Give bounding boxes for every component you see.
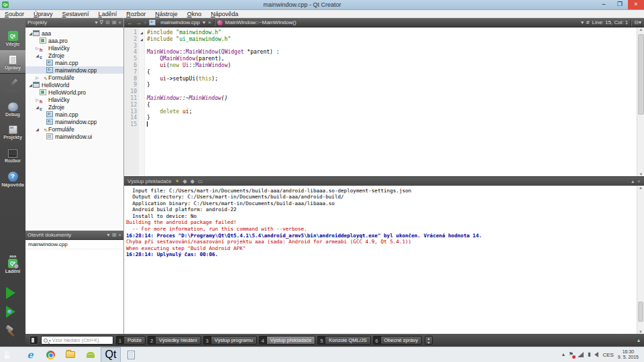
open-file-name[interactable]: mainwindow.cpp <box>160 19 200 25</box>
document-dropdown-icon[interactable]: ▾ <box>203 19 205 25</box>
pane-cycle-arrows-icon[interactable]: ▲▼ <box>425 336 433 345</box>
next-item-icon[interactable]: ◆ <box>191 178 195 184</box>
kit-selector-button[interactable]: aaa Qt Ladění <box>0 254 25 284</box>
maximize-button[interactable]: ❐ <box>612 0 628 9</box>
scroll-up-icon[interactable]: ▲ <box>637 27 644 32</box>
symbol-selector[interactable]: MainWindow::~MainWindow() <box>225 19 297 25</box>
menu-item-rozbor[interactable]: Rozbor <box>121 11 150 17</box>
expander-icon[interactable]: ▷ <box>35 97 40 102</box>
split-pane-icon[interactable]: ⊞ <box>112 231 117 239</box>
scrollbar-thumb[interactable] <box>638 302 643 322</box>
expander-icon[interactable]: ◢ <box>35 127 40 131</box>
filter-icon[interactable]: ∇ <box>100 19 103 27</box>
pin-icon[interactable]: ▫ <box>144 19 146 27</box>
tree-item-formul--e[interactable]: ◢Formuláře <box>25 125 123 133</box>
scrollbar-thumb[interactable] <box>638 34 644 115</box>
tree-item-aaa.pro[interactable]: aaa.pro <box>25 37 123 44</box>
close-document-icon[interactable]: × <box>208 19 211 25</box>
close-button[interactable]: × <box>628 0 644 9</box>
taskbar-app-start[interactable] <box>0 347 20 362</box>
pane-combo-arrow-icon[interactable]: ▾ <box>107 231 110 239</box>
locator-filter-arrow-icon[interactable]: ▾ <box>49 339 51 343</box>
expand-output-icon[interactable]: ▴ <box>637 337 640 343</box>
locator-input[interactable] <box>52 337 111 343</box>
language-indicator[interactable]: CES <box>602 352 613 358</box>
network-icon[interactable] <box>578 352 584 357</box>
maximize-output-icon[interactable]: ▴ <box>631 178 634 184</box>
fold-marker-icon[interactable]: ◢ <box>139 29 144 36</box>
scroll-up-icon[interactable]: ▲ <box>637 186 644 190</box>
output-pane-button-5[interactable]: 5Konzole QML/JS <box>317 336 370 345</box>
code-fold-margin[interactable]: ◢ ◢ <box>139 27 145 176</box>
compile-output[interactable]: Input file: C:/Users/mart-in/Documents/b… <box>124 186 644 335</box>
close-pane-icon[interactable]: × <box>118 19 121 27</box>
toggle-sidebar-icon[interactable] <box>30 336 38 345</box>
mode-button-edit[interactable]: Úpravy <box>0 50 25 74</box>
clock[interactable]: 16:30 9. 5. 2015 <box>618 349 639 360</box>
build-hammer-button[interactable] <box>5 326 17 337</box>
tree-item-zdroje[interactable]: ◢Zdroje <box>25 103 123 111</box>
output-pane-button-2[interactable]: 2Výsledky hledání <box>148 336 201 345</box>
sync-with-editor-icon[interactable]: ⊙ <box>105 19 110 27</box>
taskbar-app-ie[interactable]: e <box>20 347 40 362</box>
expander-icon[interactable]: ▷ <box>35 75 40 80</box>
editor-scrollbar[interactable]: ▲ ▼ <box>637 27 644 176</box>
tree-item-hlavi-ky[interactable]: ▷Hlavičky <box>25 44 123 52</box>
volume-icon[interactable] <box>594 352 598 357</box>
run-button[interactable] <box>6 287 15 299</box>
open-documents-title[interactable]: Otevřít dokumenty <box>28 232 105 238</box>
tree-item-aaa[interactable]: ◢aaa <box>25 29 123 37</box>
locator[interactable]: ▾ <box>41 336 113 345</box>
close-pane-icon[interactable]: × <box>118 231 121 239</box>
expander-icon[interactable]: ◢ <box>35 53 40 58</box>
tray-expand-icon[interactable]: ▴ <box>562 351 565 358</box>
tree-item-mainwindow.cpp[interactable]: mainwindow.cpp <box>25 66 123 74</box>
split-pane-icon[interactable]: ⊞ <box>112 19 117 27</box>
split-editor-icon[interactable]: ⊟▾ <box>634 19 641 25</box>
minimize-button[interactable]: – <box>596 0 612 9</box>
code-area[interactable]: #include "mainwindow.h"#include "ui_main… <box>145 27 637 176</box>
tree-item-formul--e[interactable]: ▷Formuláře <box>25 74 123 81</box>
open-document-item[interactable]: mainwindow.cpp <box>25 240 123 249</box>
tree-item-zdroje[interactable]: ◢Zdroje <box>25 52 123 59</box>
expander-icon[interactable]: ▷ <box>35 46 40 50</box>
expander-icon[interactable]: ◢ <box>28 82 33 87</box>
expander-icon[interactable]: ◢ <box>35 105 40 109</box>
go-back-icon[interactable]: ← <box>127 19 133 27</box>
output-scrollbar[interactable]: ▲ ▼ <box>637 186 644 335</box>
tree-item-helloworld.pro[interactable]: HelloWorld.pro <box>25 88 123 96</box>
word-wrap-icon[interactable]: ▭ <box>198 178 203 184</box>
taskbar-app-android[interactable] <box>80 347 101 362</box>
close-output-icon[interactable]: × <box>637 178 641 184</box>
code-editor[interactable]: 123456789101112131415 ◢ ◢ #include "main… <box>124 27 644 176</box>
menu-item-napoveda[interactable]: Nápověda <box>206 11 243 17</box>
tree-item-hlavi-ky[interactable]: ▷Hlavičky <box>25 96 123 103</box>
tree-item-mainwindow.ui[interactable]: mainwindow.ui <box>25 133 123 140</box>
menu-item-upravy[interactable]: Úpravy <box>29 11 58 17</box>
menu-item-soubor[interactable]: Soubor <box>0 11 29 17</box>
debug-run-button[interactable] <box>6 306 15 318</box>
output-pane-button-3[interactable]: 3Výstup programu <box>203 336 257 345</box>
output-pane-button-6[interactable]: 6Obecné zprávy <box>373 336 422 345</box>
output-pane-button-1[interactable]: 1Potíže <box>116 336 146 345</box>
go-forward-icon[interactable]: → <box>136 19 142 27</box>
battery-icon[interactable]: ▮ <box>588 351 590 358</box>
fold-marker-icon[interactable]: ◢ <box>139 36 144 43</box>
mode-button-debug[interactable]: Debug <box>0 97 25 121</box>
menu-item-ladeni[interactable]: Ladění <box>94 11 122 17</box>
scroll-down-icon[interactable]: ▼ <box>637 172 644 176</box>
mode-button-analyze[interactable]: Rozbor <box>0 144 25 168</box>
mode-button-welcome[interactable]: QtVítejte <box>0 27 25 50</box>
menu-item-nastroje[interactable]: Nástroje <box>150 11 182 17</box>
tree-item-mainwindow.cpp[interactable]: mainwindow.cpp <box>25 118 123 125</box>
tree-item-main.cpp[interactable]: main.cpp <box>25 111 123 118</box>
taskbar-app-notepad[interactable] <box>121 347 141 362</box>
pane-combo-arrow-icon[interactable]: ▾ <box>95 19 98 27</box>
taskbar-app-explorer[interactable] <box>60 347 80 362</box>
action-center-flag-icon[interactable]: ⚑ <box>569 351 574 358</box>
output-pane-button-4[interactable]: 4Výstup překladače <box>259 336 316 345</box>
expander-icon[interactable]: ◢ <box>28 31 33 36</box>
mode-button-projects[interactable]: Projekty <box>0 121 25 144</box>
toolbar-overflow-icon[interactable]: ▾ <box>581 19 584 25</box>
taskbar-app-qtcreator[interactable]: Qt <box>101 347 121 362</box>
